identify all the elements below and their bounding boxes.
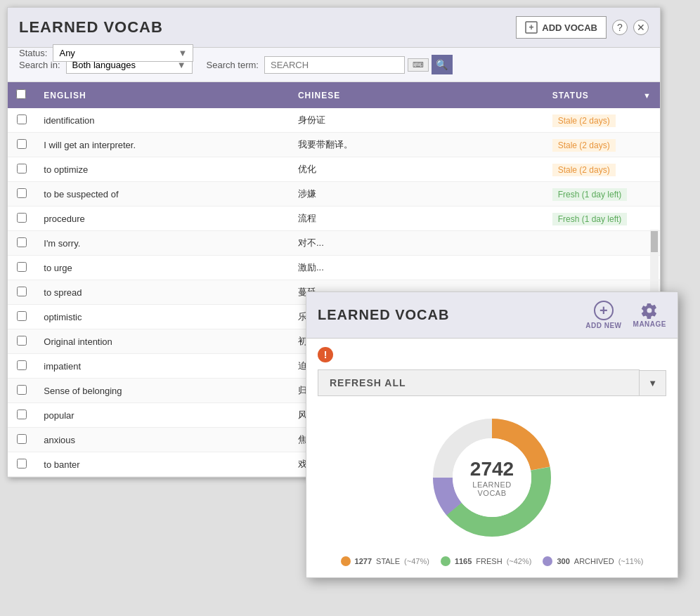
select-all-header[interactable] <box>8 82 35 108</box>
manage-gear-icon <box>641 302 658 319</box>
add-vocab-button[interactable]: + ADD VOCAB <box>516 16 607 39</box>
row-checkbox[interactable] <box>17 114 27 124</box>
english-cell: identification <box>35 108 290 133</box>
chinese-cell: 涉嫌 <box>290 182 544 207</box>
table-header-row: ENGLISH CHINESE STATUS ▼ <box>8 82 660 108</box>
chinese-cell: 我要带翻译。 <box>290 133 544 157</box>
row-checkbox-cell <box>8 354 35 379</box>
overlay-panel: LEARNED VOCAB + ADD NEW MANAGE ! REFRESH… <box>306 291 678 578</box>
search-input-group: ⌨ 🔍 <box>264 55 453 74</box>
svg-text:+: + <box>529 22 534 32</box>
donut-count: 2742 <box>470 458 514 480</box>
row-checkbox-cell <box>8 207 35 231</box>
legend-archived: 300 ARCHIVED (~11%) <box>543 556 643 566</box>
row-checkbox-cell <box>8 305 35 329</box>
archived-count: 300 <box>557 557 569 565</box>
english-cell: impatient <box>35 354 290 379</box>
english-cell: to banter <box>35 452 290 477</box>
table-row: to urge激励... <box>8 256 660 280</box>
status-cell: Stale (2 days) <box>544 108 660 133</box>
add-vocab-icon: + <box>525 21 538 34</box>
english-cell: popular <box>35 403 290 428</box>
table-row: I'm sorry.对不... <box>8 231 660 256</box>
row-checkbox-cell <box>8 428 35 452</box>
chinese-cell: 对不... <box>290 231 544 256</box>
search-button[interactable]: 🔍 <box>432 55 453 74</box>
row-checkbox[interactable] <box>17 409 27 419</box>
row-checkbox-cell <box>8 133 35 157</box>
main-title-bar: LEARNED VOCAB + ADD VOCAB ? ✕ <box>8 8 660 48</box>
select-all-checkbox[interactable] <box>16 89 26 99</box>
manage-action[interactable]: MANAGE <box>633 302 666 328</box>
row-checkbox[interactable] <box>17 213 27 223</box>
row-checkbox[interactable] <box>17 459 27 468</box>
refresh-dropdown-chevron-icon: ▼ <box>648 378 657 388</box>
fresh-label: FRESH <box>476 557 502 565</box>
row-checkbox-cell <box>8 256 35 280</box>
main-window-title: LEARNED VOCAB <box>19 18 163 37</box>
row-checkbox[interactable] <box>17 434 27 444</box>
status-badge: Stale (2 days) <box>552 139 616 152</box>
overlay-actions: + ADD NEW MANAGE <box>585 301 666 329</box>
row-checkbox[interactable] <box>17 360 27 370</box>
english-cell: to spread <box>35 280 290 305</box>
status-cell: Fresh (1 day left) <box>544 207 660 231</box>
english-cell: Original intention <box>35 329 290 354</box>
search-term-label: Search term: <box>207 60 259 70</box>
row-checkbox[interactable] <box>17 164 27 173</box>
status-dropdown[interactable]: Any ▼ <box>53 44 193 62</box>
keyboard-icon: ⌨ <box>408 58 429 72</box>
add-new-label: ADD NEW <box>585 322 621 329</box>
refresh-all-button[interactable]: REFRESH ALL <box>318 369 640 396</box>
fresh-pct: (~42%) <box>507 557 532 565</box>
stale-dot-icon <box>341 556 351 566</box>
status-cell <box>544 231 660 256</box>
status-group: Status: Any ▼ <box>19 44 193 62</box>
status-badge: Fresh (1 day left) <box>552 188 628 201</box>
close-button[interactable]: ✕ <box>633 20 649 35</box>
stale-count: 1277 <box>355 557 372 565</box>
chinese-cell: 激励... <box>290 256 544 280</box>
english-cell: optimistic <box>35 305 290 329</box>
row-checkbox[interactable] <box>17 336 27 346</box>
row-checkbox-cell <box>8 379 35 403</box>
help-button[interactable]: ? <box>612 20 628 35</box>
row-checkbox[interactable] <box>17 287 27 296</box>
row-checkbox[interactable] <box>17 139 27 149</box>
row-checkbox-cell <box>8 280 35 305</box>
status-badge: Stale (2 days) <box>552 164 616 176</box>
row-checkbox[interactable] <box>17 311 27 321</box>
chart-container: 2742 LEARNEDVOCAB 1277 STALE (~47%) 1165… <box>318 407 666 566</box>
archived-dot-icon <box>543 556 552 566</box>
search-bar: Search in: Both languages ▼ Search term:… <box>8 48 660 82</box>
search-input[interactable] <box>264 56 405 74</box>
status-label: Status: <box>19 48 47 58</box>
add-new-action[interactable]: + ADD NEW <box>585 301 621 329</box>
chinese-cell: 身份证 <box>290 108 544 133</box>
status-sort-icon[interactable]: ▼ <box>643 91 652 100</box>
row-checkbox[interactable] <box>17 237 27 247</box>
row-checkbox[interactable] <box>17 262 27 272</box>
row-checkbox-cell <box>8 452 35 477</box>
chinese-column-header: CHINESE <box>290 82 544 108</box>
legend-fresh: 1165 FRESH (~42%) <box>441 556 532 566</box>
chart-legend: 1277 STALE (~47%) 1165 FRESH (~42%) 300 … <box>341 556 644 566</box>
warning-row: ! <box>318 347 666 362</box>
donut-text: LEARNEDVOCAB <box>470 480 514 497</box>
table-row: procedure流程Fresh (1 day left) <box>8 207 660 231</box>
english-cell: I will get an interpreter. <box>35 133 290 157</box>
scrollbar-thumb[interactable] <box>651 231 658 252</box>
row-checkbox[interactable] <box>17 385 27 395</box>
refresh-all-row: REFRESH ALL ▼ <box>318 369 666 396</box>
english-cell: I'm sorry. <box>35 231 290 256</box>
english-cell: to be suspected of <box>35 182 290 207</box>
search-magnify-icon: 🔍 <box>436 59 448 70</box>
row-checkbox[interactable] <box>17 188 27 198</box>
search-term-group: Search term: ⌨ 🔍 <box>207 55 453 74</box>
stale-label: STALE <box>376 557 400 565</box>
status-badge: Stale (2 days) <box>552 114 616 127</box>
overlay-title-bar: LEARNED VOCAB + ADD NEW MANAGE <box>306 292 678 339</box>
status-cell: Fresh (1 day left) <box>544 182 660 207</box>
row-checkbox-cell <box>8 157 35 182</box>
refresh-all-dropdown-button[interactable]: ▼ <box>640 370 666 396</box>
